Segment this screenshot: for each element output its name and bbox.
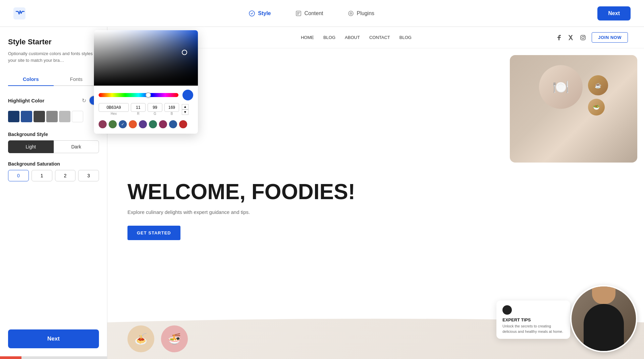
r-input-group: R — [131, 103, 146, 116]
nav-plugins[interactable]: Plugins — [343, 8, 378, 19]
highlight-color-row: Highlight Color ↻ — [8, 95, 99, 105]
logo-icon — [13, 7, 25, 19]
preset-color-1[interactable] — [109, 120, 117, 128]
bottom-dishes: 🍝 🍜 — [107, 325, 208, 359]
hero-subtitle: Explore culinary delights with expert gu… — [127, 209, 483, 215]
color-preview-circle — [182, 90, 193, 100]
swatch-light-gray[interactable] — [59, 111, 70, 122]
dish-1: 🍝 — [127, 325, 154, 352]
saturation-row: 0 1 2 3 — [8, 170, 99, 181]
preset-color-5[interactable] — [149, 120, 157, 128]
preset-colors-row — [94, 119, 198, 130]
coffee-cup: ☕ — [588, 75, 608, 95]
nav-home[interactable]: HOME — [301, 35, 314, 40]
nav-content-label: Content — [305, 10, 323, 16]
saturation-label: Background Saturation — [8, 161, 99, 167]
color-inputs-row: Hex R G B ▲ ▼ — [94, 102, 198, 119]
site-nav-links: HOME BLOG ABOUT CONTACT BLOG — [301, 35, 412, 40]
highlight-color-label: Highlight Color — [8, 98, 44, 103]
expert-tips-title: EXPERT TIPS — [502, 317, 564, 322]
svg-point-7 — [584, 36, 585, 37]
svg-point-3 — [348, 11, 353, 16]
nav-style-label: Style — [258, 10, 271, 16]
preset-color-3[interactable] — [129, 120, 137, 128]
twitter-x-icon[interactable] — [568, 34, 574, 41]
value-decrement-button[interactable]: ▼ — [182, 109, 189, 115]
sidebar-description: Optionally customize colors and fonts st… — [8, 50, 99, 63]
nav-contact[interactable]: CONTACT — [369, 35, 390, 40]
g-input[interactable] — [148, 103, 162, 112]
sat-btn-0[interactable]: 0 — [8, 170, 29, 181]
nav-blog[interactable]: BLOG — [323, 35, 335, 40]
preset-color-8[interactable] — [179, 120, 187, 128]
value-increment-button[interactable]: ▲ — [182, 104, 189, 109]
swatch-blue[interactable] — [21, 111, 32, 122]
tab-fonts[interactable]: Fonts — [54, 73, 99, 85]
expert-tips-icon — [502, 305, 512, 315]
sidebar-next-button[interactable]: Next — [8, 329, 99, 348]
bg-dark-button[interactable]: Dark — [54, 140, 99, 153]
swatch-white[interactable] — [72, 111, 83, 122]
nav-style[interactable]: Style — [245, 8, 275, 19]
color-picker-cursor[interactable] — [182, 50, 187, 55]
nav-plugins-label: Plugins — [357, 10, 374, 16]
person-body — [584, 304, 624, 351]
preset-color-2[interactable] — [119, 120, 127, 128]
nav-blog2[interactable]: BLOG — [399, 35, 412, 40]
sat-btn-3[interactable]: 3 — [78, 170, 99, 181]
food-plate-1: 🍽️ — [539, 65, 583, 109]
hue-slider-row — [94, 86, 198, 102]
content-icon — [295, 10, 302, 17]
expert-tips-card: EXPERT TIPS Unlock the secrets to creati… — [496, 301, 570, 339]
bg-light-button[interactable]: Light — [8, 140, 54, 153]
person-avatar — [570, 285, 637, 352]
dish-2: 🍜 — [161, 325, 188, 352]
food-image-bg: 🍽️ ☕ 🥗 — [510, 55, 637, 163]
nav-about[interactable]: ABOUT — [345, 35, 360, 40]
nav-content[interactable]: Content — [291, 8, 327, 19]
sat-btn-2[interactable]: 2 — [55, 170, 76, 181]
sidebar-title: Style Starter — [8, 38, 99, 46]
r-input[interactable] — [131, 103, 146, 112]
expert-tips-desc: Unlock the secrets to creating delicious… — [502, 324, 564, 334]
svg-point-4 — [350, 12, 352, 14]
hue-slider[interactable] — [99, 93, 178, 97]
swatch-dark-blue[interactable] — [8, 111, 19, 122]
g-input-group: G — [148, 103, 162, 116]
topbar-next-button[interactable]: Next — [597, 6, 631, 20]
food-item-2: 🥗 — [588, 99, 605, 116]
preset-color-6[interactable] — [159, 120, 167, 128]
facebook-icon[interactable] — [555, 34, 562, 41]
arrow-buttons: ▲ ▼ — [182, 104, 189, 115]
b-input-group: B — [164, 103, 179, 116]
b-input[interactable] — [164, 103, 179, 112]
color-palette — [8, 111, 99, 122]
swatch-dark-gray[interactable] — [34, 111, 45, 122]
svg-rect-5 — [581, 35, 585, 40]
sat-btn-1[interactable]: 1 — [32, 170, 52, 181]
preset-color-0[interactable] — [99, 120, 107, 128]
hue-thumb[interactable] — [146, 92, 151, 98]
top-nav: Style Content Plugins — [245, 8, 378, 19]
instagram-icon[interactable] — [580, 34, 586, 41]
sidebar: Style Starter Optionally customize color… — [0, 27, 107, 359]
bg-style-label: Background Style — [8, 132, 99, 137]
join-now-button[interactable]: JOIN NOW — [592, 32, 628, 43]
progress-bar — [0, 356, 107, 359]
svg-point-6 — [582, 36, 584, 39]
app-logo — [13, 7, 25, 19]
person-head — [592, 285, 615, 304]
swatch-medium-gray[interactable] — [46, 111, 58, 122]
get-started-button[interactable]: GET STARTED — [127, 226, 180, 240]
preset-color-7[interactable] — [169, 120, 177, 128]
top-bar: Style Content Plugins Next — [0, 0, 644, 27]
color-gradient-area[interactable] — [94, 30, 198, 86]
tab-colors[interactable]: Colors — [8, 73, 54, 86]
hex-input[interactable] — [99, 103, 129, 112]
reset-color-button[interactable]: ↻ — [82, 97, 86, 104]
site-nav-right: JOIN NOW — [555, 32, 628, 43]
hero-image: 🍽️ ☕ 🥗 — [510, 55, 637, 163]
color-picker-popup: Hex R G B ▲ ▼ — [94, 30, 198, 134]
hex-input-group: Hex — [99, 103, 129, 116]
preset-color-4[interactable] — [139, 120, 147, 128]
